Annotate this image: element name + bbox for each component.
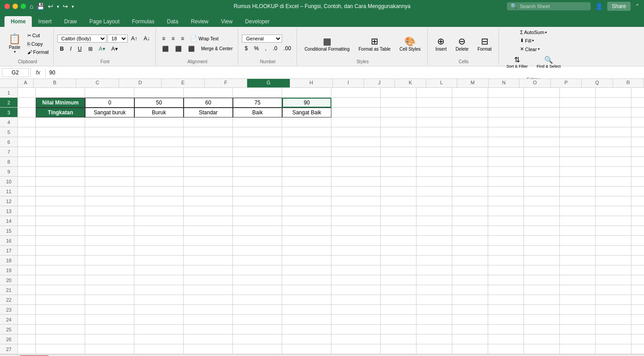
customize-icon[interactable]: ▾: [72, 4, 74, 9]
cell-empty-16-2[interactable]: [85, 236, 134, 246]
row-num-23[interactable]: 23: [0, 305, 17, 315]
cell-empty-12-4[interactable]: [184, 196, 233, 206]
cell-empty-20-14[interactable]: [596, 275, 631, 285]
percent-button[interactable]: %: [251, 44, 262, 53]
cell-empty-12-8[interactable]: [381, 196, 416, 206]
cell-empty-9-8[interactable]: [381, 167, 416, 177]
cell-empty-4-3[interactable]: [134, 117, 184, 127]
cell-empty-5-2[interactable]: [85, 127, 134, 137]
cell-empty-3-8[interactable]: [381, 108, 416, 117]
cell-empty-13-4[interactable]: [184, 206, 233, 216]
cell-empty-17-3[interactable]: [134, 246, 184, 256]
cell-empty-17-14[interactable]: [596, 246, 631, 256]
cell-empty-22-4[interactable]: [184, 295, 233, 305]
cell-empty-13-12[interactable]: [524, 206, 560, 216]
cell-empty-6-1[interactable]: [36, 137, 85, 147]
cell-empty-20-11[interactable]: [488, 275, 524, 285]
cell-empty-5-15[interactable]: [631, 127, 644, 137]
tab-home[interactable]: Home: [4, 16, 32, 27]
save-icon[interactable]: 💾: [37, 3, 44, 10]
align-top-center-button[interactable]: ≡: [169, 34, 177, 43]
cell-empty-3-15[interactable]: [631, 108, 644, 117]
close-button[interactable]: [4, 4, 10, 9]
cell-empty-23-5[interactable]: [233, 305, 282, 315]
cell-empty-5-3[interactable]: [134, 127, 184, 137]
collapse-ribbon-icon[interactable]: ⌃: [635, 3, 640, 9]
row-num-7[interactable]: 7: [0, 147, 17, 157]
cell-empty-26-13[interactable]: [560, 334, 596, 344]
cell-empty-26-4[interactable]: [184, 334, 233, 344]
cell-empty-18-15[interactable]: [631, 256, 644, 265]
cell-empty-16-5[interactable]: [233, 236, 282, 246]
row-num-21[interactable]: 21: [0, 285, 17, 295]
cell-empty-23-8[interactable]: [381, 305, 416, 315]
cell-empty-25-2[interactable]: [85, 325, 134, 334]
cell-empty-25-9[interactable]: [416, 325, 452, 334]
cut-button[interactable]: ✂ Cut: [26, 32, 51, 39]
cell-empty-4-12[interactable]: [524, 117, 560, 127]
cell-empty-10-6[interactable]: [282, 177, 331, 187]
cell-A8[interactable]: [18, 157, 36, 167]
cell-empty-12-3[interactable]: [134, 196, 184, 206]
cell-empty-11-1[interactable]: [36, 187, 85, 196]
cell-empty-19-12[interactable]: [524, 265, 560, 275]
cell-empty-24-10[interactable]: [452, 315, 488, 325]
cell-empty-17-13[interactable]: [560, 246, 596, 256]
cell-empty-9-10[interactable]: [452, 167, 488, 177]
cell-empty-22-12[interactable]: [524, 295, 560, 305]
cell-empty-10-7[interactable]: [331, 177, 381, 187]
cell-empty-23-1[interactable]: [36, 305, 85, 315]
cell-A3[interactable]: [18, 108, 36, 117]
cell-empty-12-1[interactable]: [36, 196, 85, 206]
cell-empty-21-4[interactable]: [184, 285, 233, 295]
cell-empty-11-6[interactable]: [282, 187, 331, 196]
cell-A22[interactable]: [18, 295, 36, 305]
cell-empty-14-15[interactable]: [631, 216, 644, 226]
cell-empty-23-6[interactable]: [282, 305, 331, 315]
cell-empty-24-3[interactable]: [134, 315, 184, 325]
cell-empty-19-1[interactable]: [36, 265, 85, 275]
cell-empty-16-12[interactable]: [524, 236, 560, 246]
fill-button[interactable]: ⬇ Fill ▾: [518, 37, 549, 44]
cell-empty-6-3[interactable]: [134, 137, 184, 147]
cell-empty-17-1[interactable]: [36, 246, 85, 256]
cell-empty-27-13[interactable]: [560, 344, 596, 354]
cell-empty-24-12[interactable]: [524, 315, 560, 325]
cell-empty-10-2[interactable]: [85, 177, 134, 187]
formula-input[interactable]: [47, 69, 642, 77]
cell-empty-18-3[interactable]: [134, 256, 184, 265]
cell-empty-6-5[interactable]: [233, 137, 282, 147]
cell-empty-23-7[interactable]: [331, 305, 381, 315]
cell-empty-10-12[interactable]: [524, 177, 560, 187]
cell-empty-25-1[interactable]: [36, 325, 85, 334]
cell-A18[interactable]: [18, 256, 36, 265]
cell-A6[interactable]: [18, 137, 36, 147]
cell-empty-22-6[interactable]: [282, 295, 331, 305]
cell-empty-1-8[interactable]: [381, 88, 416, 98]
insert-cells-button[interactable]: ⊕ Insert: [431, 29, 451, 58]
cell-empty-25-8[interactable]: [381, 325, 416, 334]
col-header-c[interactable]: C: [76, 79, 119, 87]
cell-empty-26-12[interactable]: [524, 334, 560, 344]
cell-E2[interactable]: 60: [184, 98, 233, 108]
cell-empty-5-12[interactable]: [524, 127, 560, 137]
cell-empty-9-1[interactable]: [36, 167, 85, 177]
autosum-button[interactable]: Σ AutoSum ▾: [518, 29, 549, 36]
cell-empty-17-12[interactable]: [524, 246, 560, 256]
cell-empty-17-9[interactable]: [416, 246, 452, 256]
cell-empty-24-13[interactable]: [560, 315, 596, 325]
cell-empty-1-12[interactable]: [524, 88, 560, 98]
cell-empty-25-6[interactable]: [282, 325, 331, 334]
cell-empty-8-1[interactable]: [36, 157, 85, 167]
maximize-button[interactable]: [21, 4, 26, 9]
cell-empty-27-9[interactable]: [416, 344, 452, 354]
cell-empty-9-5[interactable]: [233, 167, 282, 177]
cell-empty-1-2[interactable]: [85, 88, 134, 98]
cell-empty-2-15[interactable]: [631, 98, 644, 108]
cell-empty-9-7[interactable]: [331, 167, 381, 177]
align-left-button[interactable]: ⬛: [159, 44, 172, 53]
cell-A21[interactable]: [18, 285, 36, 295]
cell-empty-11-7[interactable]: [331, 187, 381, 196]
cell-empty-11-15[interactable]: [631, 187, 644, 196]
cell-empty-20-12[interactable]: [524, 275, 560, 285]
